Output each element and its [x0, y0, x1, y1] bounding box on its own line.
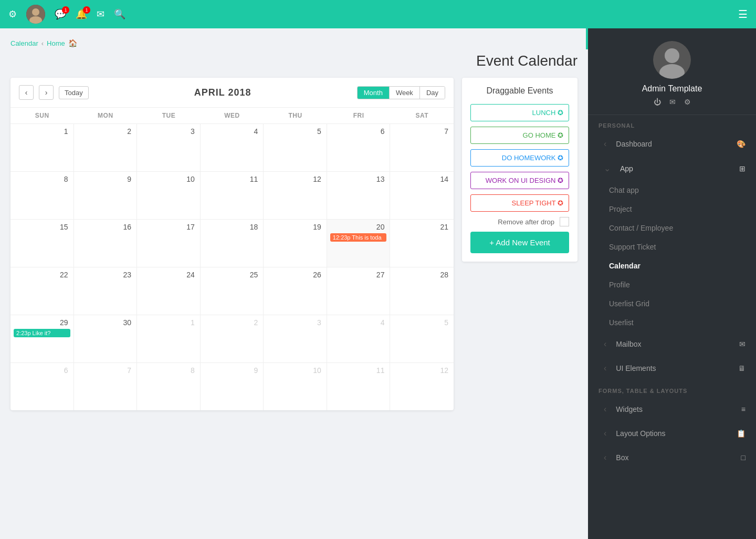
breadcrumb-calendar[interactable]: Calendar	[10, 39, 38, 47]
sidebar-item-mailbox[interactable]: ‹ Mailbox ✉	[588, 332, 756, 356]
cal-cell[interactable]: 8	[137, 363, 201, 410]
sidebar-item-userlist[interactable]: Userlist	[588, 313, 756, 332]
cal-event-today[interactable]: 12:23p This is toda	[330, 233, 387, 242]
chat-icon[interactable]: 💬 1	[55, 8, 66, 20]
cal-cell[interactable]: 9	[201, 363, 264, 410]
events-panel-title: Draggable Events	[470, 86, 569, 96]
calendar-header: ‹ › Today APRIL 2018 Month Week Day	[10, 78, 454, 108]
sidebar-username: Admin Template	[642, 84, 702, 94]
cal-week-4: 22 23 24 25 26 27 28	[10, 267, 454, 315]
cal-cell[interactable]: 25	[201, 267, 264, 315]
sidebar-item-dashboard[interactable]: ‹ Dashboard 🎨	[588, 132, 756, 156]
settings-icon[interactable]: ⚙	[8, 8, 17, 20]
sidebar-mail-icon[interactable]: ✉	[669, 98, 676, 106]
cal-cell[interactable]: 2	[74, 124, 138, 171]
cal-cell[interactable]: 15	[10, 220, 74, 267]
sidebar-item-layout-options[interactable]: ‹ Layout Options 📋	[588, 421, 756, 445]
sidebar-item-support-ticket[interactable]: Support Ticket	[588, 237, 756, 256]
cal-cell[interactable]: 13	[327, 172, 391, 219]
cal-cell-today[interactable]: 20 12:23p This is toda	[327, 220, 391, 267]
cal-cell[interactable]: 7	[390, 124, 454, 171]
sidebar-settings-icon[interactable]: ⚙	[684, 98, 691, 106]
cal-event-29[interactable]: 2:23p Like it?	[14, 329, 70, 337]
ui-collapse[interactable]: ‹	[598, 361, 612, 375]
cal-cell[interactable]: 12	[390, 363, 454, 410]
sidebar-item-userlist-grid[interactable]: Userlist Grid	[588, 294, 756, 313]
sidebar-item-contact-employee[interactable]: Contact / Employee	[588, 219, 756, 237]
sidebar-item-chat-app[interactable]: Chat app	[588, 181, 756, 200]
mail-icon[interactable]: ✉	[97, 8, 104, 20]
drag-event-go-home[interactable]: GO HOME ✪	[470, 127, 569, 144]
cal-prev-btn[interactable]: ‹	[19, 85, 34, 100]
cal-cell[interactable]: 27	[327, 267, 391, 315]
cal-cell[interactable]: 26	[264, 267, 327, 315]
sidebar-item-widgets[interactable]: ‹ Widgets ≡	[588, 397, 756, 421]
dashboard-collapse[interactable]: ‹	[598, 137, 612, 151]
cal-cell[interactable]: 1	[10, 124, 74, 171]
cal-cell[interactable]: 7	[74, 363, 138, 410]
menu-toggle[interactable]: ☰	[738, 8, 748, 20]
cal-cell[interactable]: 10	[264, 363, 327, 410]
breadcrumb-home[interactable]: Home	[47, 39, 65, 47]
widgets-collapse[interactable]: ‹	[598, 402, 612, 416]
cal-cell[interactable]: 8	[10, 172, 74, 219]
cal-view-week[interactable]: Week	[390, 87, 420, 99]
sidebar-item-profile[interactable]: Profile	[588, 275, 756, 294]
topnav-avatar[interactable]	[26, 5, 45, 24]
cal-today-btn[interactable]: Today	[59, 86, 89, 99]
cal-cell[interactable]: 14	[390, 172, 454, 219]
cal-cell[interactable]: 4	[327, 315, 391, 362]
sidebar-item-app[interactable]: ⌄ App ⊞	[588, 156, 756, 181]
cal-cell[interactable]: 21	[390, 220, 454, 267]
drag-event-do-homework[interactable]: DO HOMEWORK ✪	[470, 149, 569, 167]
sidebar-item-ui-elements[interactable]: ‹ UI Elements 🖥	[588, 356, 756, 380]
cal-cell[interactable]: 24	[137, 267, 201, 315]
power-icon[interactable]: ⏻	[654, 98, 661, 106]
drag-event-work-on-ui[interactable]: WORK ON UI DESIGN ✪	[470, 172, 569, 189]
cal-cell[interactable]: 1	[137, 315, 201, 362]
cal-cell[interactable]: 3	[137, 124, 201, 171]
cal-cell[interactable]: 9	[74, 172, 138, 219]
cal-cell[interactable]: 23	[74, 267, 138, 315]
cal-cell[interactable]: 12	[264, 172, 327, 219]
sidebar-item-box[interactable]: ‹ Box □	[588, 445, 756, 470]
cal-cell[interactable]: 5	[264, 124, 327, 171]
cal-cell[interactable]: 11	[201, 172, 264, 219]
cal-view-month[interactable]: Month	[358, 87, 390, 99]
cal-cell[interactable]: 17	[137, 220, 201, 267]
cal-cell[interactable]: 6	[327, 124, 391, 171]
cal-next-btn[interactable]: ›	[39, 85, 54, 100]
drag-event-lunch[interactable]: LUNCH ✪	[470, 104, 569, 121]
box-collapse[interactable]: ‹	[598, 451, 612, 464]
cal-cell[interactable]: 2	[201, 315, 264, 362]
add-event-button[interactable]: + Add New Event	[470, 232, 569, 253]
sidebar-item-project[interactable]: Project	[588, 200, 756, 219]
cal-cell[interactable]: 11	[327, 363, 391, 410]
search-icon[interactable]: 🔍	[114, 8, 125, 20]
sidebar-item-calendar[interactable]: Calendar	[588, 256, 756, 275]
layout-collapse[interactable]: ‹	[598, 427, 612, 440]
app-collapse[interactable]: ⌄	[598, 161, 616, 175]
cal-cell[interactable]: 18	[201, 220, 264, 267]
cal-cell[interactable]: 3	[264, 315, 327, 362]
cal-cell[interactable]: 16	[74, 220, 138, 267]
cal-cell-29[interactable]: 29 2:23p Like it?	[10, 315, 74, 362]
cal-cell[interactable]: 22	[10, 267, 74, 315]
cal-cell[interactable]: 30	[74, 315, 138, 362]
sidebar-item-left: ⌄ App	[598, 161, 633, 175]
cal-cell[interactable]: 10	[137, 172, 201, 219]
mailbox-collapse[interactable]: ‹	[598, 337, 612, 351]
chat-app-label: Chat app	[609, 186, 639, 194]
cal-cell[interactable]: 4	[201, 124, 264, 171]
notifications-icon[interactable]: 🔔 1	[76, 8, 87, 20]
cal-cell[interactable]: 28	[390, 267, 454, 315]
remove-after-drop-checkbox[interactable]	[560, 217, 569, 226]
cal-view-day[interactable]: Day	[420, 87, 445, 99]
box-icon: □	[741, 453, 746, 462]
contact-employee-label: Contact / Employee	[609, 224, 673, 232]
cal-cell[interactable]: 19	[264, 220, 327, 267]
forms-section-label: FORMS, TABLE & LAYOUTS	[588, 380, 756, 397]
cal-cell[interactable]: 5	[390, 315, 454, 362]
drag-event-sleep-tight[interactable]: SLEEP TIGHT ✪	[470, 194, 569, 212]
cal-cell[interactable]: 6	[10, 363, 74, 410]
